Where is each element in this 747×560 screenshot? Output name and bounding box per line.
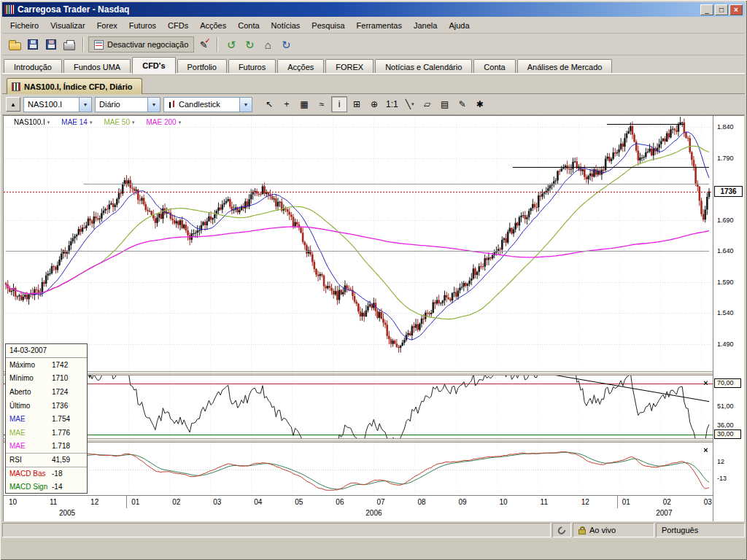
language-label: Português (662, 526, 698, 534)
info-window-toggle-button[interactable]: i (331, 96, 347, 112)
minimize-button[interactable]: _ (700, 4, 713, 15)
menu-conta[interactable]: Conta (232, 19, 265, 32)
collapse-pane-icon[interactable]: ▼ (87, 373, 93, 380)
close-macd-pane-button[interactable]: × (701, 445, 711, 454)
open-folder-icon (9, 42, 21, 50)
menu-visualizar[interactable]: Visualizar (44, 19, 91, 32)
live-status[interactable]: Ao vivo (573, 523, 654, 537)
crosshair-tool-button[interactable]: + (279, 96, 295, 112)
actual-size-button[interactable]: 1:1 (384, 96, 400, 112)
chevron-down-icon: ▾ (411, 101, 414, 107)
indicator-settings-button[interactable]: ✱ (472, 96, 488, 112)
info-row-m-ximo: Máximo1742 (6, 358, 87, 372)
tab-futuros[interactable]: Futuros (228, 59, 276, 74)
back-button[interactable]: ↺ (222, 36, 240, 53)
home-button[interactable]: ⌂ (259, 36, 276, 53)
time-axis[interactable]: 101112010203040506070809101112010203 (4, 495, 713, 508)
print-button[interactable] (61, 36, 78, 53)
month-tick: 12 (90, 498, 98, 506)
month-tick: 05 (295, 498, 303, 506)
price-chart-canvas[interactable] (4, 116, 713, 495)
save-icon (28, 39, 38, 50)
symbol-select-value: NAS100.I (28, 100, 62, 109)
period-select[interactable]: Diário ▾ (95, 97, 160, 112)
month-tick: 02 (172, 498, 180, 506)
year-axis: 200520062007 (4, 508, 713, 521)
window-title: Carregosa Trader - Nasdaq (18, 4, 697, 15)
tab-not-cias-e-calend-rio[interactable]: Notícias e Calendário (375, 59, 472, 74)
chart-type-select-value: Candlestick (179, 100, 220, 109)
menu-ferramentas[interactable]: Ferramentas (351, 19, 408, 32)
info-window-toggle-icon: i (338, 99, 341, 109)
confirm-orders-button[interactable]: ✎✓ (195, 36, 212, 53)
tab-cfd-s[interactable]: CFD's (132, 57, 175, 74)
chevron-down-icon: ▾ (239, 98, 252, 112)
tab-conta[interactable]: Conta (473, 59, 515, 74)
menu-pesquisa[interactable]: Pesquisa (306, 19, 350, 32)
connection-status[interactable] (552, 523, 571, 537)
wave-indicator-button[interactable]: ≈ (314, 96, 330, 112)
menu-janela[interactable]: Janela (408, 19, 443, 32)
eraser-button[interactable]: ▱ (419, 96, 436, 112)
annotation-pen-button[interactable]: ✎ (454, 96, 471, 112)
legend-mae-14[interactable]: MAE 14▾ (61, 118, 92, 126)
pointer-tool-button[interactable]: ↖ (261, 96, 277, 112)
legend-mae-50[interactable]: MAE 50▾ (104, 118, 134, 126)
symbol-select[interactable]: NAS100.I ▾ (23, 97, 92, 112)
chart-panel: NAS100.I▾MAE 14▾MAE 50▾MAE 200▾ ××▼ 14-0… (3, 115, 744, 521)
year-label: 2005 (59, 509, 75, 517)
refresh-icon: ↻ (282, 39, 291, 50)
menu-not-cias[interactable]: Notícias (266, 19, 306, 32)
toolbar-separator (82, 37, 84, 52)
pointer-tool-icon: ↖ (266, 99, 273, 109)
language-selector[interactable]: Português (656, 523, 745, 537)
menu-ac-es[interactable]: Acções (194, 19, 232, 32)
save-as-button[interactable] (42, 36, 60, 53)
save-button[interactable] (24, 36, 42, 53)
print-icon (63, 42, 75, 50)
open-button[interactable] (6, 36, 23, 53)
info-row-rsi: RSI41,59 (6, 453, 87, 467)
month-tick: 04 (254, 498, 262, 506)
menu-futuros[interactable]: Futuros (123, 19, 162, 32)
tab-ac-es[interactable]: Acções (277, 59, 324, 74)
menu-cfds[interactable]: CFDs (162, 19, 194, 32)
zoom-area-button[interactable]: ⊞ (349, 96, 365, 112)
info-row-macd-sign: MACD Sign-14 (6, 480, 87, 494)
menu-forex[interactable]: Forex (91, 19, 123, 32)
document-tab[interactable]: NAS100.I, Índice CFD, Diário (7, 78, 142, 94)
tab-an-lises-de-mercado[interactable]: Análises de Mercado (517, 59, 613, 74)
chart-tools-group: ↖+▦≈i⊞⊕1:1╲▾▱▤✎✱ (261, 96, 488, 112)
chart-type-select[interactable]: Candlestick ▾ (163, 97, 252, 112)
info-row-aberto: Aberto1724 (6, 385, 87, 399)
tab-portfolio[interactable]: Portfolio (177, 59, 227, 74)
tab-fundos-uma[interactable]: Fundos UMA (63, 59, 131, 74)
rsi-level-box: 30,00 (714, 429, 741, 439)
close-rsi-pane-button[interactable]: × (701, 378, 711, 387)
legend-nas100-i[interactable]: NAS100.I▾ (14, 118, 50, 126)
line-tools-button[interactable]: ╲▾ (402, 96, 418, 112)
menu-ajuda[interactable]: Ajuda (443, 19, 475, 32)
menu-ficheiro[interactable]: Ficheiro (4, 19, 44, 32)
year-separator (617, 496, 618, 509)
crosshair-tool-icon: + (284, 99, 289, 109)
export-chart-button[interactable]: ▤ (437, 96, 453, 112)
title-bar[interactable]: Carregosa Trader - Nasdaq _ □ × (2, 2, 745, 17)
collapse-toolbar-button[interactable]: ▲ (6, 97, 20, 112)
tab-forex[interactable]: FOREX (325, 59, 374, 74)
close-button[interactable]: × (729, 4, 743, 15)
toolbar-separator (217, 37, 218, 52)
refresh-button[interactable]: ↻ (277, 36, 295, 53)
restore-button[interactable]: □ (715, 4, 728, 15)
disable-trading-toggle[interactable]: Desactivar negociação (88, 36, 194, 52)
legend-mae-200[interactable]: MAE 200▾ (147, 118, 182, 126)
disable-trading-icon (94, 40, 104, 50)
price-axis[interactable]: 1.8401.7901.6901.6401.5901.5401.49017367… (713, 116, 744, 521)
zoom-in-button[interactable]: ⊕ (366, 96, 382, 112)
grid-toggle-button[interactable]: ▦ (296, 96, 312, 112)
forward-button[interactable]: ↻ (241, 36, 258, 53)
year-separator (126, 496, 127, 509)
lock-icon (578, 526, 586, 534)
info-label: RSI (9, 456, 52, 464)
tab-introdu-o[interactable]: Introdução (4, 59, 62, 74)
